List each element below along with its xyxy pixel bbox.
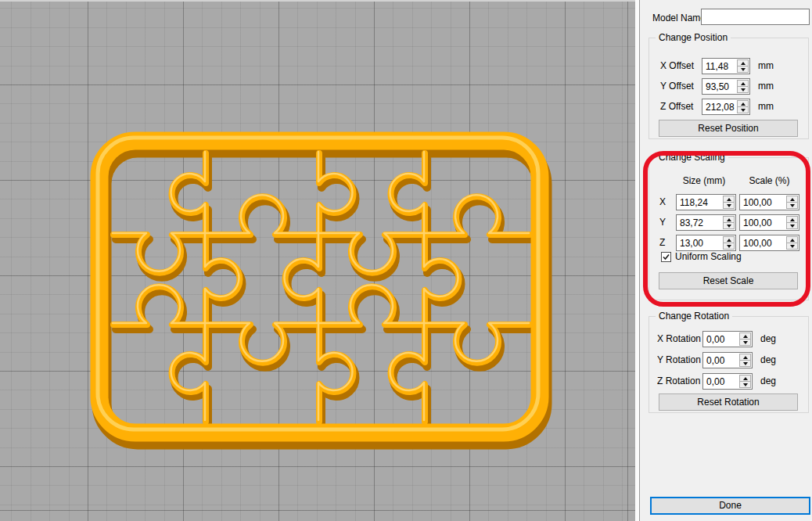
y-rotation-unit: deg [760, 352, 776, 368]
spin-up-button[interactable] [786, 216, 798, 223]
check-icon [662, 253, 670, 261]
spin-up-button[interactable] [739, 354, 751, 361]
reset-scale-button[interactable]: Reset Scale [659, 272, 798, 289]
z-rotation-label: Z Rotation [657, 373, 700, 390]
z-rotation-input[interactable] [703, 374, 738, 389]
y-rotation-label: Y Rotation [657, 352, 701, 368]
scale-z-input[interactable] [740, 235, 785, 250]
spin-down-button[interactable] [786, 243, 798, 250]
x-rotation-input[interactable] [703, 332, 738, 347]
spinner [739, 332, 751, 346]
spin-up-button[interactable] [723, 196, 735, 203]
spin-up-button[interactable] [737, 59, 749, 66]
scale-y-axis-label: Y [659, 214, 666, 231]
spin-down-button[interactable] [786, 223, 798, 229]
spin-up-button[interactable] [723, 216, 735, 223]
x-rotation-label: X Rotation [657, 331, 701, 347]
x-rotation-unit: deg [760, 331, 776, 347]
spin-up-button[interactable] [786, 236, 798, 243]
scale-x-axis-label: X [659, 194, 666, 210]
model-settings-window: Model Name: Change Position X Offset mm … [0, 0, 812, 521]
spinner [737, 80, 749, 93]
size-y-spinbox [676, 214, 736, 231]
group-change-rotation: Change Rotation X Rotation deg Y Rotatio… [649, 316, 809, 413]
z-offset-spinbox [702, 99, 750, 115]
spin-down-button[interactable] [723, 243, 735, 250]
z-rotation-spinbox [702, 373, 753, 390]
spin-up-button[interactable] [786, 196, 798, 203]
scale-y-input[interactable] [740, 215, 785, 230]
spin-down-button[interactable] [737, 107, 749, 113]
spin-up-button[interactable] [737, 100, 749, 107]
spinner [737, 100, 749, 113]
x-rotation-spinbox [702, 331, 753, 347]
spin-down-button[interactable] [786, 203, 798, 209]
settings-panel: Model Name: Change Position X Offset mm … [640, 0, 812, 521]
spinner [723, 216, 735, 229]
model-name-label: Model Name: [652, 13, 708, 23]
x-offset-label: X Offset [660, 58, 694, 74]
scale-z-spinbox [739, 235, 799, 251]
puzzle-cutter-model[interactable] [0, 0, 635, 521]
spin-up-button[interactable] [739, 332, 751, 340]
y-offset-spinbox [702, 78, 750, 95]
spinner [737, 59, 749, 73]
size-x-spinbox [676, 194, 736, 210]
z-offset-input[interactable] [702, 99, 736, 114]
spin-up-button[interactable] [737, 80, 749, 87]
spin-down-button[interactable] [737, 87, 749, 93]
spinner [786, 236, 798, 250]
spin-down-button[interactable] [737, 66, 749, 73]
y-offset-label: Y Offset [660, 78, 694, 95]
y-rotation-input[interactable] [703, 353, 738, 368]
scale-y-spinbox [739, 214, 799, 231]
x-offset-input[interactable] [702, 59, 736, 74]
scale-x-input[interactable] [740, 195, 785, 210]
spinner [723, 196, 735, 209]
model-name-input[interactable] [701, 9, 810, 25]
spin-down-button[interactable] [723, 203, 735, 209]
spin-down-button[interactable] [739, 382, 751, 388]
spinner [786, 196, 798, 209]
group-change-position: Change Position X Offset mm Y Offset mm … [649, 38, 809, 139]
change-position-title: Change Position [656, 33, 731, 43]
spinner [739, 375, 751, 388]
spin-up-button[interactable] [723, 236, 735, 243]
change-scaling-title: Change Scaling [656, 153, 728, 163]
z-offset-unit: mm [758, 99, 774, 115]
spin-down-button[interactable] [739, 340, 751, 346]
z-rotation-unit: deg [760, 373, 776, 390]
spin-down-button[interactable] [739, 361, 751, 367]
x-offset-spinbox [702, 58, 750, 74]
spinner [786, 216, 798, 229]
size-x-input[interactable] [677, 195, 722, 210]
y-offset-input[interactable] [702, 79, 736, 94]
size-column-header: Size (mm) [676, 175, 732, 186]
viewport-3d[interactable] [0, 0, 635, 521]
size-z-spinbox [676, 235, 736, 251]
y-rotation-spinbox [702, 352, 753, 368]
uniform-scaling-label: Uniform Scaling [675, 252, 742, 262]
group-change-scaling: Change Scaling Size (mm) Scale (%) X Y [649, 157, 809, 300]
done-button[interactable]: Done [650, 497, 810, 515]
reset-position-button[interactable]: Reset Position [659, 120, 798, 137]
spin-down-button[interactable] [723, 223, 735, 229]
spinner [739, 354, 751, 367]
scale-x-spinbox [739, 194, 799, 210]
x-offset-unit: mm [758, 58, 774, 74]
z-offset-label: Z Offset [660, 99, 693, 115]
uniform-scaling-checkbox[interactable] [661, 252, 671, 262]
y-offset-unit: mm [758, 78, 774, 95]
scale-column-header: Scale (%) [739, 175, 799, 186]
size-z-input[interactable] [677, 235, 722, 250]
spin-up-button[interactable] [739, 375, 751, 382]
scale-z-axis-label: Z [659, 235, 665, 251]
reset-rotation-button[interactable]: Reset Rotation [659, 393, 798, 411]
size-y-input[interactable] [677, 215, 722, 230]
spinner [723, 236, 735, 250]
change-rotation-title: Change Rotation [656, 311, 732, 322]
